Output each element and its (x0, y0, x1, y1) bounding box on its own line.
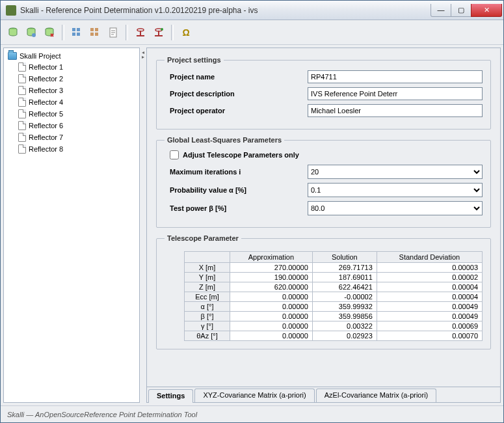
tab-bar: Settings XYZ-Covariance Matrix (a-priori… (147, 387, 500, 402)
toolbar-omega-icon[interactable]: Ω (178, 24, 194, 41)
tree-item[interactable]: Reflector 2 (18, 73, 137, 85)
app-icon (6, 5, 16, 16)
project-desc-label: Project description (165, 90, 308, 98)
row-name: α [°] (185, 302, 230, 312)
tree-item[interactable]: Reflector 4 (18, 96, 137, 108)
minimize-button[interactable]: — (431, 4, 451, 17)
cell-approx: 0.00000 (230, 292, 313, 302)
table-row: γ [°]0.000000.003220.00069 (185, 321, 483, 331)
main-body: Project settings Project name Project de… (147, 48, 500, 387)
project-operator-label: Project operator (165, 107, 308, 115)
tree-item[interactable]: Reflector 5 (18, 108, 137, 120)
row-name: β [°] (185, 312, 230, 321)
table-row: θAz [°]0.000000.029230.00070 (185, 331, 483, 341)
cell-solution: 0.00322 (312, 321, 377, 331)
adjust-only-label: Adjust Telescope Parameters only (183, 151, 299, 159)
project-desc-input[interactable] (308, 87, 483, 100)
toolbar-db2-icon[interactable] (23, 24, 40, 41)
cell-approx: 0.00000 (230, 302, 313, 312)
svg-rect-4 (72, 28, 75, 31)
tree-item[interactable]: Reflector 1 (18, 61, 137, 73)
toolbar-grid2-icon[interactable] (86, 24, 103, 41)
tree-item-label: Reflector 3 (29, 87, 63, 94)
svg-rect-5 (77, 28, 80, 31)
toolbar-db3-icon[interactable] (41, 24, 58, 41)
window-title: Skalli - Reference Point Determination v… (20, 6, 431, 15)
folder-icon (8, 52, 17, 60)
tab-settings[interactable]: Settings (148, 389, 193, 403)
svg-text:Ω: Ω (182, 27, 189, 38)
tab-azel-covariance[interactable]: AzEl-Covariance Matrix (a-priori) (316, 389, 437, 402)
cell-stddev: 0.00070 (377, 331, 482, 341)
document-icon (18, 109, 26, 118)
svg-point-13 (137, 29, 144, 31)
toolbar-db1-icon[interactable] (5, 24, 21, 41)
document-icon (18, 121, 26, 130)
maxiter-label: Maximum iterations i (165, 168, 308, 176)
solution-col-header: Solution (312, 252, 377, 263)
cell-stddev: 0.00069 (377, 321, 482, 331)
document-icon (18, 62, 26, 72)
toolbar-telescope2-icon[interactable] (150, 24, 167, 41)
toolbar-separator (62, 25, 64, 40)
toolbar-telescope1-icon[interactable] (132, 24, 149, 41)
status-em: OpenSource (44, 411, 84, 418)
svg-point-2 (32, 33, 36, 37)
empty-col-header (185, 252, 230, 263)
document-icon (18, 133, 26, 142)
svg-point-15 (161, 28, 163, 31)
tree-item-label: Reflector 2 (29, 75, 63, 83)
project-operator-input[interactable] (308, 104, 483, 117)
adjust-only-checkbox[interactable] (170, 150, 179, 159)
tree-item[interactable]: Reflector 7 (18, 131, 137, 143)
table-row: α [°]0.00000359.999320.00049 (185, 302, 483, 312)
row-name: Z [m] (185, 282, 230, 292)
cell-solution: 359.99932 (312, 302, 377, 312)
svg-rect-9 (95, 28, 98, 31)
maxiter-select[interactable]: 20 (308, 165, 483, 179)
svg-rect-8 (90, 28, 94, 31)
approx-col-header: Approximation (230, 252, 313, 263)
svg-rect-6 (72, 33, 75, 36)
cell-approx: 620.00000 (230, 282, 313, 292)
toolbar-grid1-icon[interactable] (68, 24, 85, 41)
tab-xyz-covariance[interactable]: XYZ-Covariance Matrix (a-priori) (194, 389, 314, 402)
cell-stddev: 0.00049 (377, 302, 482, 312)
power-label: Test power β [%] (165, 204, 308, 212)
tree-item[interactable]: Reflector 6 (18, 120, 137, 131)
project-settings-legend: Project settings (165, 56, 224, 64)
cell-solution: 359.99856 (312, 312, 377, 321)
project-name-input[interactable] (308, 70, 483, 83)
tree-item-label: Reflector 4 (29, 98, 63, 106)
project-tree[interactable]: Skalli Project Reflector 1Reflector 2Ref… (3, 48, 140, 403)
project-name-label: Project name (165, 73, 308, 81)
content-area: Skalli Project Reflector 1Reflector 2Ref… (1, 45, 503, 405)
toolbar-doc-icon[interactable] (105, 24, 122, 41)
status-bar: Skalli — An OpenSource Reference Point D… (1, 405, 503, 422)
tree-children: Reflector 1Reflector 2Reflector 3Reflect… (7, 61, 137, 155)
main-panel: Project settings Project name Project de… (146, 48, 501, 403)
window-buttons: — ▢ ✕ (431, 4, 502, 17)
cell-stddev: 0.00003 (377, 263, 482, 273)
cell-approx: 270.00000 (230, 263, 313, 273)
cell-solution: 269.71713 (312, 263, 377, 273)
tree-item[interactable]: Reflector 8 (18, 143, 137, 155)
splitter[interactable]: ◂▸ (141, 48, 145, 403)
telescope-param-group: Telescope Parameter Approximation Soluti… (156, 234, 491, 349)
cell-stddev: 0.00002 (377, 273, 482, 282)
row-name: Ecc [m] (185, 292, 230, 302)
table-row: Ecc [m]0.00000-0.000020.00004 (185, 292, 483, 302)
close-button[interactable]: ✕ (471, 4, 502, 17)
row-name: θAz [°] (185, 331, 230, 341)
power-select[interactable]: 80.0 (308, 201, 483, 215)
cell-solution: 622.46421 (312, 282, 377, 292)
tree-item[interactable]: Reflector 3 (18, 85, 137, 96)
tree-root-label: Skalli Project (20, 52, 61, 60)
tree-item-label: Reflector 8 (29, 145, 63, 153)
tree-root[interactable]: Skalli Project (7, 51, 137, 61)
cell-stddev: 0.00049 (377, 312, 482, 321)
prob-select[interactable]: 0.1 (308, 183, 483, 197)
maximize-button[interactable]: ▢ (451, 4, 471, 17)
document-icon (18, 144, 26, 154)
tree-item-label: Reflector 7 (29, 133, 63, 141)
